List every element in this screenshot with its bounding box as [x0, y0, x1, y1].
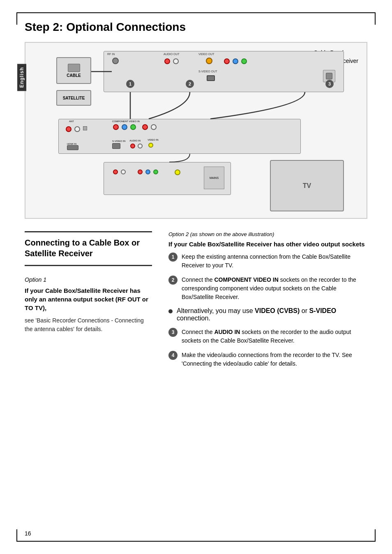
- instruction-1: 1 Keep the existing antenna connection f…: [168, 253, 367, 270]
- instruction-text-3: Connect the AUDIO IN sockets on the reco…: [182, 328, 367, 345]
- text-sections: Connecting to a Cable Box or Satellite R…: [25, 231, 367, 374]
- cable-device-icon: CABLE: [56, 57, 91, 84]
- instruction-num-2: 2: [168, 276, 178, 285]
- instruction-num-3: 3: [168, 328, 178, 337]
- diag-num-1: 1: [126, 80, 134, 88]
- instruction-4: 4 Make the video/audio connections from …: [168, 351, 367, 368]
- tv-back-panel: MAINS: [104, 162, 231, 195]
- instruction-num-1: 1: [168, 253, 178, 262]
- border-bottom: [16, 541, 376, 542]
- instruction-2: 2 Connect the COMPONENT VIDEO IN sockets…: [168, 276, 367, 301]
- option2-label: Option 2 (as shown on the above illustra…: [168, 231, 367, 237]
- option1-heading: If your Cable Box/Satellite Receiver has…: [25, 286, 152, 312]
- instruction-text-2: Connect the COMPONENT VIDEO IN sockets o…: [182, 276, 367, 301]
- video-out-label: VIDEO OUT: [198, 53, 214, 56]
- audio-out-label: AUDIO OUT: [164, 53, 180, 56]
- instruction-text-bullet: Alternatively, you may use VIDEO (CVBS) …: [177, 307, 367, 322]
- instruction-text-1: Keep the existing antenna connection fro…: [182, 253, 367, 270]
- left-section-heading: Connecting to a Cable Box or Satellite R…: [25, 237, 152, 259]
- border-right-top: [375, 12, 376, 25]
- border-top: [16, 12, 376, 13]
- recorder-device: ANT COMPONENT VIDEO IN S-VIDEO IN AUDIO …: [58, 119, 301, 154]
- connection-diagram: Cable Box / Satellite Receiver CABLE SAT…: [25, 42, 367, 219]
- sidebar-english-label: English: [17, 64, 26, 91]
- svideo-label: S-VIDEO OUT: [198, 70, 217, 73]
- instruction-bullet: Alternatively, you may use VIDEO (CVBS) …: [168, 307, 367, 322]
- left-divider: [25, 231, 152, 232]
- bullet-dot: [168, 309, 173, 313]
- cable-box-device: RF IN AUDIO OUT VIDEO OUT S-VIDEO OUT: [104, 51, 344, 92]
- page-number: 16: [25, 530, 31, 537]
- diag-num-3: 3: [325, 80, 334, 88]
- border-left-top: [16, 12, 17, 25]
- rf-in-label: RF IN: [107, 53, 115, 56]
- border-right-bottom: [375, 529, 376, 542]
- option1-body: see 'Basic Recorder Connections - Connec…: [25, 316, 152, 334]
- tv-device: TV: [270, 160, 344, 211]
- left-column: Connecting to a Cable Box or Satellite R…: [25, 231, 152, 374]
- instruction-num-4: 4: [168, 351, 178, 360]
- border-left-bottom: [16, 529, 17, 542]
- diag-num-2: 2: [186, 80, 194, 88]
- left-divider-2: [25, 265, 152, 266]
- option2-heading: If your Cable Box/Satellite Receiver has…: [168, 240, 367, 248]
- page-title: Step 2: Optional Connections: [25, 21, 367, 34]
- instruction-text-4: Make the video/audio connections from th…: [182, 351, 367, 368]
- option1-label: Option 1: [25, 276, 152, 283]
- instruction-3: 3 Connect the AUDIO IN sockets on the re…: [168, 328, 367, 345]
- right-column: Option 2 (as shown on the above illustra…: [168, 231, 367, 374]
- satellite-device-icon: SATELLITE: [56, 90, 91, 106]
